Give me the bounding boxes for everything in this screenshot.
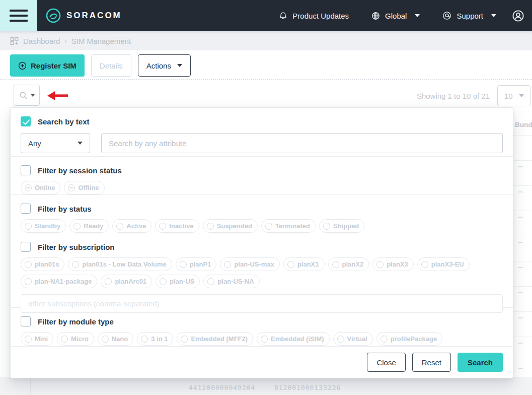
status-checkbox[interactable] — [21, 204, 31, 214]
product-updates-label: Product Updates — [292, 12, 349, 20]
support-menu[interactable]: Support — [442, 11, 496, 21]
circle-icon — [323, 223, 330, 230]
filter-option-pill[interactable]: Inactive — [155, 219, 199, 233]
circle-icon — [105, 278, 112, 285]
subscription-label: Filter by subscription — [38, 243, 115, 251]
circle-icon — [160, 278, 167, 285]
chevron-down-icon — [415, 14, 420, 17]
circle-icon — [141, 336, 148, 343]
filter-option-pill[interactable]: plan-US-NA — [203, 275, 259, 288]
filter-option-pill[interactable]: planArc01 — [101, 275, 152, 288]
chevron-down-icon — [31, 94, 35, 97]
filter-option-pill[interactable]: Shipped — [319, 219, 364, 233]
filter-option-pill[interactable]: Mini — [21, 332, 53, 346]
search-button[interactable]: Search — [458, 353, 503, 372]
filter-option-pill[interactable]: plan01s - Low Data Volume — [68, 257, 172, 271]
filter-option-pill[interactable]: 3 in 1 — [137, 332, 173, 346]
search-filter-toggle-button[interactable] — [14, 85, 40, 106]
session-status-section: Filter by session status OnlineOffline — [11, 157, 513, 195]
account-menu[interactable] — [511, 9, 525, 23]
toolbar-separator — [0, 79, 532, 80]
global-region-menu[interactable]: Global — [371, 11, 420, 21]
search-by-text-checkbox-row[interactable]: Search by text — [21, 116, 503, 126]
product-updates-link[interactable]: Product Updates — [278, 11, 349, 21]
msisdn-cell: 812001000133226 — [274, 384, 341, 391]
page-size-select[interactable]: 10 — [497, 85, 530, 106]
filter-option-pill[interactable]: Terminated — [261, 219, 316, 233]
breadcrumb: Dashboard › SIM Management — [0, 31, 532, 50]
pill-label: profilePackage — [391, 335, 437, 343]
filter-option-pill[interactable]: Embedded (MFF2) — [177, 332, 253, 346]
filter-option-pill[interactable]: Online — [21, 181, 60, 194]
search-by-text-checkbox[interactable] — [21, 116, 31, 126]
circle-icon — [102, 336, 109, 343]
pill-label: planP1 — [190, 260, 211, 268]
filter-option-pill[interactable]: planP1 — [176, 257, 217, 271]
subscription-checkbox-row[interactable]: Filter by subscription — [21, 242, 503, 252]
pagination-summary: Showing 1 to 10 of 21 — [417, 92, 490, 100]
minus-circle-icon — [68, 184, 75, 191]
attribute-select[interactable]: Any — [21, 133, 90, 153]
module-type-checkbox[interactable] — [21, 316, 31, 326]
pill-label: Terminated — [275, 222, 310, 230]
circle-icon — [261, 336, 268, 343]
filter-option-pill[interactable]: planX3 — [372, 257, 414, 271]
filter-option-pill[interactable]: plan-US-max — [220, 257, 279, 271]
filter-option-pill[interactable]: Offline — [64, 181, 104, 194]
filter-option-pill[interactable]: plan-US — [156, 275, 200, 288]
circle-icon — [337, 336, 344, 343]
details-button[interactable]: Details — [91, 54, 131, 77]
register-sim-label: Register SIM — [31, 61, 77, 70]
session-status-checkbox[interactable] — [21, 165, 31, 175]
session-status-label: Filter by session status — [38, 166, 122, 175]
filter-option-pill[interactable]: Nano — [98, 332, 134, 346]
pill-label: planX3 — [387, 260, 408, 268]
table-column-header-bundles: Bundle — [515, 121, 532, 128]
filter-option-pill[interactable]: Embedded (iSIM) — [257, 332, 329, 346]
filter-option-pill[interactable]: Standby — [21, 219, 66, 233]
close-button[interactable]: Close — [367, 353, 405, 372]
filter-option-pill[interactable]: Virtual — [333, 332, 373, 346]
status-checkbox-row[interactable]: Filter by status — [21, 204, 503, 214]
filter-option-pill[interactable]: Active — [112, 219, 151, 233]
pill-label: plan-US-max — [234, 260, 274, 268]
reset-button[interactable]: Reset — [412, 353, 451, 372]
chevron-down-icon — [78, 142, 83, 145]
filter-option-pill[interactable]: Micro — [57, 332, 94, 346]
filter-option-pill[interactable]: planX1 — [283, 257, 325, 271]
filter-option-pill[interactable]: plan-NA1-package — [21, 275, 97, 288]
filter-option-pill[interactable]: Ready — [69, 219, 109, 233]
pill-label: 3 in 1 — [151, 335, 168, 343]
pill-label: Standby — [35, 222, 60, 230]
pill-label: planX3-EU — [431, 260, 464, 268]
circle-icon — [25, 223, 32, 230]
globe-icon — [371, 11, 381, 21]
attribute-search-input[interactable] — [101, 133, 503, 153]
circle-icon — [421, 261, 428, 268]
module-type-checkbox-row[interactable]: Filter by module type — [21, 316, 503, 326]
session-status-checkbox-row[interactable]: Filter by session status — [21, 165, 503, 175]
attribute-select-value: Any — [28, 139, 41, 148]
pill-label: Nano — [112, 335, 128, 343]
search-by-text-label: Search by text — [38, 117, 90, 126]
table-edge-line — [30, 377, 31, 395]
circle-icon — [72, 261, 79, 268]
pill-label: planArc01 — [115, 278, 146, 285]
pill-label: Shipped — [333, 222, 359, 230]
filter-option-pill[interactable]: planX3-EU — [417, 257, 470, 271]
hamburger-menu-button[interactable] — [0, 0, 37, 31]
filter-option-pill[interactable]: Suspended — [203, 219, 258, 233]
filter-option-pill[interactable]: profilePackage — [376, 332, 443, 346]
filter-option-pill[interactable]: plan01s — [21, 257, 64, 271]
filter-option-pill[interactable]: planX2 — [328, 257, 369, 271]
pill-label: Online — [35, 184, 55, 191]
actions-dropdown-button[interactable]: Actions — [138, 54, 191, 77]
breadcrumb-dashboard[interactable]: Dashboard — [23, 37, 60, 45]
other-subscriptions-input[interactable] — [21, 294, 503, 313]
register-sim-button[interactable]: Register SIM — [10, 54, 85, 77]
breadcrumb-current-page: SIM Management — [71, 37, 131, 45]
soracom-logo[interactable]: SORACOM — [45, 8, 122, 24]
top-navigation-bar: SORACOM Product Updates Global — [0, 0, 532, 31]
subscription-checkbox[interactable] — [21, 242, 31, 252]
circle-icon — [381, 336, 388, 343]
